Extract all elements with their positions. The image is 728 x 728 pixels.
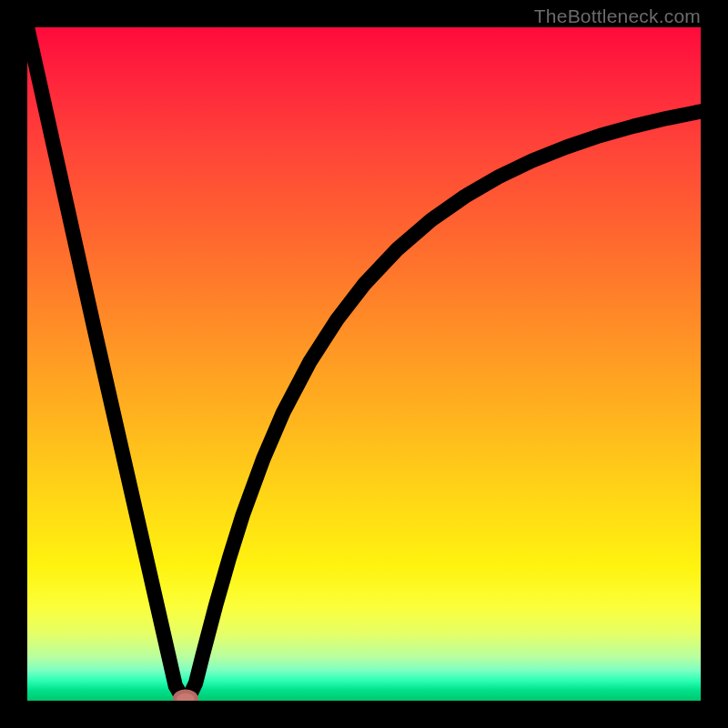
chart-frame: TheBottleneck.com (0, 0, 728, 728)
watermark-text: TheBottleneck.com (534, 5, 701, 27)
plot-area (27, 27, 701, 701)
bottleneck-curve (27, 27, 701, 697)
minimum-marker (175, 692, 197, 701)
chart-svg (27, 27, 701, 701)
